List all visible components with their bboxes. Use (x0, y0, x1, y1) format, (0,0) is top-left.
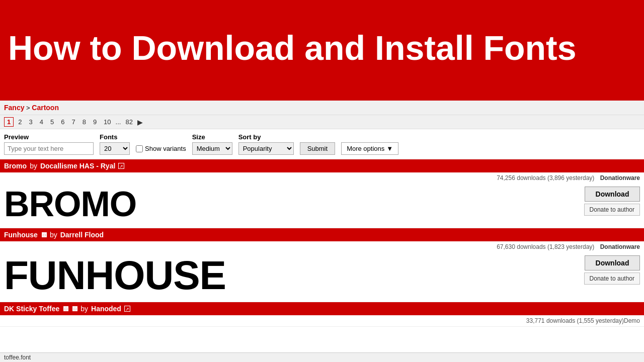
download-button-bromo[interactable]: Download (585, 187, 640, 202)
donate-button-funhouse[interactable]: Donate to author (584, 273, 640, 285)
font-section-dk-sticky-toffee: DK Sticky Toffee □ □ by Hanoded ↗ 33,771… (0, 302, 644, 327)
size-group: Size Small Medium Large (192, 133, 232, 155)
show-variants-group: Show variants (136, 136, 186, 152)
page-10[interactable]: 10 (101, 118, 113, 126)
page-9[interactable]: 9 (91, 118, 99, 126)
page-4[interactable]: 4 (37, 118, 46, 126)
download-button-funhouse[interactable]: Download (585, 255, 640, 270)
page-8[interactable]: 8 (80, 118, 89, 126)
header-title: How to Download and Install Fonts (8, 29, 577, 67)
more-options-label: More options (347, 145, 384, 152)
header-banner: How to Download and Install Fonts (0, 0, 644, 101)
font-name-funhouse[interactable]: Funhouse (4, 231, 38, 239)
sort-label: Sort by (238, 133, 294, 141)
font-downloads-bromo: 74,256 downloads (3,896 yesterday) (497, 174, 594, 182)
font-header-dk-sticky: DK Sticky Toffee □ □ by Hanoded ↗ (0, 302, 644, 315)
font-preview-row-funhouse: FUNHOUSE Download Donate to author (0, 251, 644, 302)
external-link-icon-dk[interactable]: ↗ (124, 306, 130, 312)
next-page-icon[interactable]: ▶ (137, 118, 143, 126)
font-name-bromo[interactable]: Bromo (4, 162, 27, 170)
page-7[interactable]: 7 (69, 118, 77, 126)
sort-select[interactable]: Popularity Alphabetical Date Added (238, 142, 294, 155)
preview-label: Preview (4, 133, 94, 141)
font-meta-bromo: 74,256 downloads (3,896 yesterday) Donat… (0, 172, 644, 183)
page-1[interactable]: 1 (4, 117, 14, 127)
font-downloads-funhouse: 67,630 downloads (1,823 yesterday) (497, 243, 594, 250)
font-author-dk[interactable]: Hanoded (91, 305, 121, 313)
font-badge2-icon-dk: □ (72, 306, 77, 311)
fonts-group: Fonts 10 20 50 100 (100, 133, 130, 155)
size-label: Size (192, 133, 232, 141)
breadcrumb-cartoon[interactable]: Cartoon (32, 104, 59, 112)
font-license-bromo: Donationware (600, 174, 640, 182)
page-5[interactable]: 5 (48, 118, 56, 126)
fonts-select[interactable]: 10 20 50 100 (100, 142, 130, 155)
font-downloads-dk: 33,771 downloads (1,555 yesterday) (526, 317, 624, 324)
size-select[interactable]: Small Medium Large (192, 142, 232, 155)
page-6[interactable]: 6 (58, 118, 67, 126)
preview-group: Preview (4, 133, 94, 155)
breadcrumb-bar: Fancy > Cartoon (0, 101, 644, 115)
breadcrumb-fancy[interactable]: Fancy (4, 104, 24, 112)
font-meta-dk: 33,771 downloads (1,555 yesterday) Demo (0, 315, 644, 327)
font-actions-funhouse: Download Donate to author (580, 255, 640, 285)
fonts-label: Fonts (100, 133, 130, 141)
font-section-bromo: Bromo by Docallisme HAS - Ryal ↗ 74,256 … (0, 159, 644, 228)
font-preview-row-bromo: BROMO Download Donate to author (0, 183, 644, 228)
pagination-bar: 1 2 3 4 5 6 7 8 9 10 ... 82 ▶ (0, 115, 644, 129)
font-author-bromo[interactable]: Docallisme HAS - Ryal (40, 162, 115, 170)
controls-bar: Preview Fonts 10 20 50 100 Show variants… (0, 129, 644, 159)
font-author-prefix-dk: by (80, 305, 88, 313)
page-2[interactable]: 2 (16, 118, 24, 126)
show-variants-checkbox[interactable] (136, 145, 143, 152)
font-meta-funhouse: 67,630 downloads (1,823 yesterday) Donat… (0, 241, 644, 251)
external-link-icon-bromo[interactable]: ↗ (118, 163, 124, 169)
font-author-prefix-bromo: by (30, 162, 37, 170)
font-author-prefix-funhouse: by (50, 231, 57, 239)
font-actions-bromo: Download Donate to author (580, 187, 640, 216)
preview-input[interactable] (4, 142, 94, 155)
chevron-down-icon: ▼ (386, 145, 393, 152)
font-author-funhouse[interactable]: Darrell Flood (60, 231, 104, 239)
font-license-funhouse: Donationware (600, 243, 640, 250)
page-3[interactable]: 3 (26, 118, 35, 126)
font-badge-icon-funhouse: □ (42, 232, 47, 237)
breadcrumb-separator: > (24, 104, 32, 112)
font-header-funhouse: Funhouse □ by Darrell Flood (0, 228, 644, 241)
font-preview-funhouse: FUNHOUSE (4, 255, 580, 296)
more-options-button[interactable]: More options ▼ (341, 142, 398, 155)
page-last[interactable]: 82 (123, 118, 135, 126)
font-license-dk: Demo (624, 317, 640, 324)
submit-button[interactable]: Submit (300, 142, 335, 155)
page-ellipsis: ... (116, 118, 121, 126)
font-badge1-icon-dk: □ (63, 306, 68, 311)
font-name-dk-sticky[interactable]: DK Sticky Toffee (4, 305, 59, 313)
sort-group: Sort by Popularity Alphabetical Date Add… (238, 133, 294, 155)
show-variants-label: Show variants (145, 145, 186, 152)
font-header-bromo: Bromo by Docallisme HAS - Ryal ↗ (0, 159, 644, 172)
font-section-funhouse: Funhouse □ by Darrell Flood 67,630 downl… (0, 228, 644, 302)
donate-button-bromo[interactable]: Donate to author (584, 204, 640, 216)
font-preview-bromo: BROMO (4, 187, 580, 222)
